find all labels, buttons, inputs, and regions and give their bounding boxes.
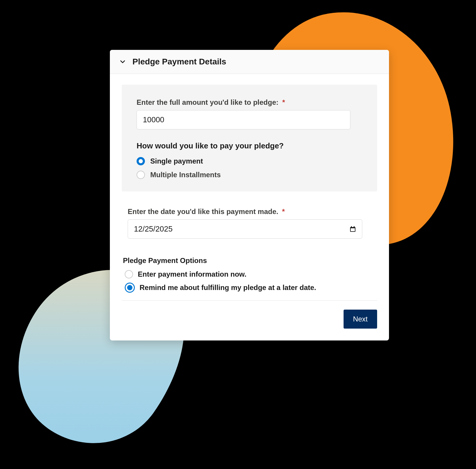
radio-circle-unselected [137,171,145,179]
radio-label-multiple: Multiple Installments [150,171,221,179]
card-title: Pledge Payment Details [132,57,226,66]
amount-label-text: Enter the full amount you'd like to pled… [137,98,279,106]
payment-date-section: Enter the date you'd like this payment m… [122,207,377,239]
radio-circle-selected [137,157,145,165]
chevron-down-icon[interactable] [119,58,126,66]
payment-method-radio-group: Single payment Multiple Installments [137,157,362,179]
radio-label-single: Single payment [150,157,203,165]
radio-circle-unselected [125,270,133,278]
next-button[interactable]: Next [344,310,377,329]
date-label-text: Enter the date you'd like this payment m… [128,207,278,216]
payment-options-group: Enter payment information now. Remind me… [123,270,376,293]
card-body: Enter the full amount you'd like to pled… [110,74,389,340]
option-label-enter-now: Enter payment information now. [138,270,246,278]
required-asterisk: * [282,207,285,216]
required-asterisk: * [282,98,285,106]
radio-circle-selected [125,283,135,293]
pledge-payment-card: Pledge Payment Details Enter the full am… [110,50,389,340]
svg-rect-1 [351,228,355,231]
option-remind-later[interactable]: Remind me about fulfilling my pledge at … [125,283,376,293]
option-enter-now[interactable]: Enter payment information now. [125,270,376,278]
payment-method-question: How would you like to pay your pledge? [137,141,362,150]
amount-section: Enter the full amount you'd like to pled… [122,85,377,191]
amount-input[interactable] [137,110,350,129]
payment-options-title: Pledge Payment Options [123,256,376,265]
svg-rect-2 [351,226,352,228]
amount-label: Enter the full amount you'd like to pled… [137,98,362,107]
svg-rect-3 [354,226,355,228]
calendar-icon[interactable] [349,226,356,233]
card-header: Pledge Payment Details [110,50,389,74]
date-label: Enter the date you'd like this payment m… [128,207,371,216]
payment-date-input[interactable] [128,219,362,239]
payment-options-section: Pledge Payment Options Enter payment inf… [122,256,377,301]
option-label-remind-later: Remind me about fulfilling my pledge at … [140,283,316,292]
radio-single-payment[interactable]: Single payment [137,157,362,165]
date-input-wrap [128,219,362,239]
radio-multiple-installments[interactable]: Multiple Installments [137,171,362,179]
card-footer: Next [122,301,377,329]
